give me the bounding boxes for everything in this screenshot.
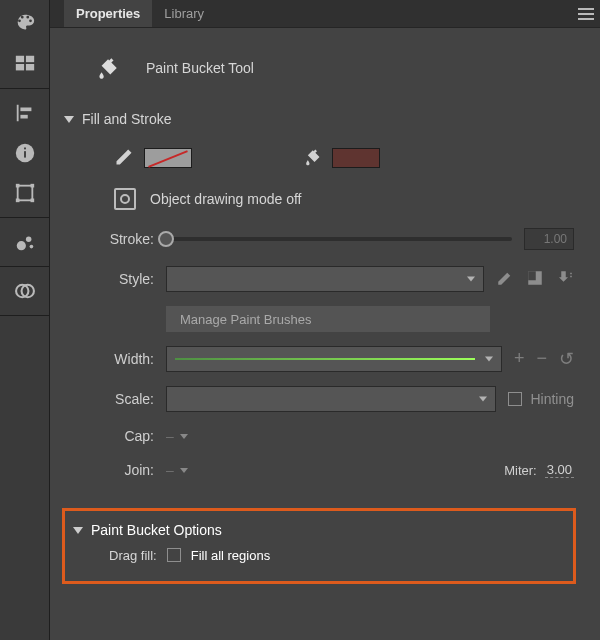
hinting-label: Hinting bbox=[530, 391, 574, 407]
style-dropdown[interactable] bbox=[166, 266, 484, 292]
stroke-color-swatch[interactable] bbox=[144, 148, 192, 168]
section-fill-stroke[interactable]: Fill and Stroke bbox=[62, 106, 576, 132]
object-drawing-icon bbox=[114, 188, 136, 210]
panel-tabbar: Properties Library bbox=[50, 0, 600, 28]
cap-value: – bbox=[166, 428, 174, 444]
svg-rect-21 bbox=[578, 13, 594, 15]
svg-rect-2 bbox=[16, 64, 24, 70]
object-drawing-mode[interactable]: Object drawing mode off bbox=[64, 184, 574, 214]
width-reset-button[interactable]: ↺ bbox=[559, 348, 574, 370]
svg-rect-3 bbox=[26, 64, 34, 70]
row-style: Style: bbox=[64, 264, 574, 294]
svg-rect-6 bbox=[20, 115, 27, 119]
svg-rect-4 bbox=[17, 105, 19, 122]
width-add-button[interactable]: + bbox=[514, 348, 525, 370]
panel-menu-button[interactable] bbox=[572, 0, 600, 27]
width-dropdown[interactable] bbox=[166, 346, 502, 372]
hinting-checkbox[interactable] bbox=[508, 392, 522, 406]
brush-library-icon[interactable] bbox=[526, 269, 544, 290]
rail-swatches-icon[interactable] bbox=[0, 4, 50, 44]
drag-fill-checkbox[interactable] bbox=[167, 548, 181, 562]
bucket-fill-icon bbox=[302, 147, 322, 170]
chevron-down-icon bbox=[64, 116, 74, 123]
fill-color-swatch[interactable] bbox=[332, 148, 380, 168]
swatch-row bbox=[64, 142, 574, 174]
rail-info-icon[interactable] bbox=[0, 133, 50, 173]
svg-rect-11 bbox=[16, 184, 20, 188]
svg-point-17 bbox=[30, 245, 34, 249]
paint-bucket-icon bbox=[90, 51, 124, 85]
row-width: Width: + − ↺ bbox=[64, 344, 574, 374]
icon-rail bbox=[0, 0, 50, 640]
rail-cc-icon[interactable] bbox=[0, 271, 50, 311]
join-value: – bbox=[166, 462, 174, 478]
rail-grid-icon[interactable] bbox=[0, 44, 50, 84]
rail-bubbles-icon[interactable] bbox=[0, 222, 50, 262]
paint-bucket-options-highlight: Paint Bucket Options Drag fill: Fill all… bbox=[62, 508, 576, 584]
tab-library[interactable]: Library bbox=[152, 0, 216, 27]
tool-header: Paint Bucket Tool bbox=[62, 36, 576, 100]
rail-transform-icon[interactable] bbox=[0, 173, 50, 213]
section-paint-bucket-options[interactable]: Paint Bucket Options bbox=[71, 519, 559, 541]
join-label: Join: bbox=[64, 462, 154, 478]
svg-rect-9 bbox=[24, 148, 26, 150]
brush-download-icon[interactable] bbox=[556, 269, 574, 290]
scale-label: Scale: bbox=[64, 391, 154, 407]
svg-rect-8 bbox=[24, 151, 26, 157]
join-dropdown[interactable] bbox=[180, 468, 188, 473]
object-drawing-label: Object drawing mode off bbox=[150, 191, 302, 207]
tool-name-label: Paint Bucket Tool bbox=[146, 60, 254, 76]
svg-rect-0 bbox=[16, 56, 24, 62]
svg-rect-14 bbox=[31, 199, 35, 203]
row-stroke: Stroke: 1.00 bbox=[64, 224, 574, 254]
width-remove-button[interactable]: − bbox=[536, 348, 547, 370]
svg-rect-22 bbox=[578, 18, 594, 20]
stroke-slider[interactable] bbox=[166, 237, 512, 241]
row-cap: Cap: – bbox=[64, 424, 574, 448]
scale-dropdown[interactable] bbox=[166, 386, 496, 412]
miter-value-input[interactable]: 3.00 bbox=[545, 462, 574, 478]
svg-rect-1 bbox=[26, 56, 34, 62]
manage-brushes-button[interactable]: Manage Paint Brushes bbox=[166, 306, 490, 332]
stroke-label: Stroke: bbox=[64, 231, 154, 247]
svg-point-16 bbox=[26, 237, 31, 243]
svg-rect-12 bbox=[31, 184, 35, 188]
pencil-icon bbox=[114, 147, 134, 170]
svg-rect-20 bbox=[578, 8, 594, 10]
stroke-value-input[interactable]: 1.00 bbox=[524, 228, 574, 250]
miter-label: Miter: bbox=[504, 463, 537, 478]
properties-panel: Properties Library Paint Bucket Tool Fil… bbox=[50, 0, 600, 640]
row-scale: Scale: Hinting bbox=[64, 384, 574, 414]
row-manage-brushes: Manage Paint Brushes bbox=[64, 304, 574, 334]
drag-fill-option-label: Fill all regions bbox=[191, 548, 270, 563]
row-join: Join: – Miter: 3.00 bbox=[64, 458, 574, 482]
pbo-title: Paint Bucket Options bbox=[91, 522, 222, 538]
width-label: Width: bbox=[64, 351, 154, 367]
svg-rect-5 bbox=[20, 108, 31, 112]
edit-style-icon[interactable] bbox=[496, 269, 514, 290]
rail-align-icon[interactable] bbox=[0, 93, 50, 133]
cap-dropdown[interactable] bbox=[180, 434, 188, 439]
cap-label: Cap: bbox=[64, 428, 154, 444]
drag-fill-label: Drag fill: bbox=[109, 548, 157, 563]
svg-rect-13 bbox=[16, 199, 20, 203]
svg-rect-24 bbox=[528, 271, 536, 280]
svg-rect-10 bbox=[18, 186, 33, 201]
section-title: Fill and Stroke bbox=[82, 111, 171, 127]
style-label: Style: bbox=[64, 271, 154, 287]
tab-properties[interactable]: Properties bbox=[64, 0, 152, 27]
chevron-down-icon bbox=[73, 527, 83, 534]
svg-point-15 bbox=[17, 241, 26, 250]
